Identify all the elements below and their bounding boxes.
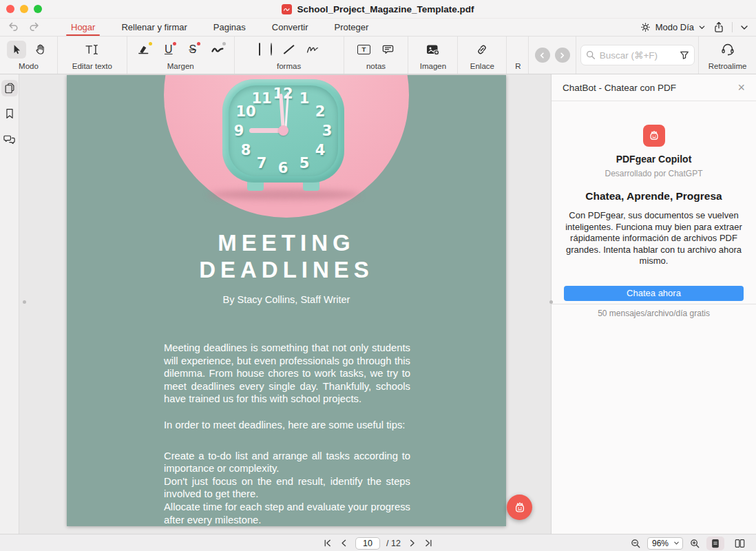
zoom-in-button[interactable] [689, 538, 700, 549]
article-tip: Create a to-do list and arrange all task… [164, 450, 410, 475]
highlight-tool-button[interactable] [136, 41, 152, 59]
left-splitter-handle[interactable] [23, 300, 26, 304]
chat-now-button[interactable]: Chatea ahora [564, 286, 744, 301]
mode-label: Modo Día [655, 22, 694, 32]
share-button[interactable] [713, 21, 725, 34]
clock-numeral: 4 [315, 142, 326, 158]
comment-note-button[interactable] [381, 43, 395, 56]
chat-headline: Chatea, Aprende, Progresa [552, 190, 756, 202]
group-notas: T notas [344, 37, 409, 74]
traffic-lights [6, 5, 42, 13]
comments-panel-button[interactable] [1, 131, 18, 147]
article-tip: Don't just focus on the end result, iden… [164, 475, 410, 501]
zoom-window-button[interactable] [34, 5, 42, 13]
clock-numeral: 6 [278, 160, 288, 176]
bookmarks-panel-button[interactable] [1, 105, 18, 122]
tab-hogar[interactable]: Hogar [58, 19, 108, 36]
group-truncated: R [507, 37, 529, 74]
group-search [576, 37, 699, 74]
freehand-shape-button[interactable] [306, 43, 319, 56]
highlight-color-dot [149, 42, 152, 45]
strikethrough-tool-button[interactable]: S [185, 41, 200, 59]
toolbar: Modo Editar texto U S [0, 36, 756, 74]
rectangle-icon [259, 43, 260, 56]
close-icon[interactable]: × [737, 81, 745, 94]
clock-numeral: 12 [273, 85, 293, 102]
tab-paginas[interactable]: Paginas [200, 19, 259, 36]
group-modo: Modo [0, 37, 58, 74]
squiggle-tool-button[interactable] [209, 41, 226, 59]
thumbnails-panel-button[interactable] [1, 80, 18, 96]
page-number-input[interactable] [355, 537, 380, 550]
undo-button[interactable] [7, 20, 20, 33]
strikethrough-glyph: S [189, 43, 196, 56]
group-label-notas: notas [366, 62, 386, 74]
clock-shadow [209, 189, 360, 200]
underline-tool-button[interactable]: U [161, 41, 176, 59]
document-title: School_Project_Magazine_Template.pdf [297, 4, 474, 14]
insert-link-button[interactable] [475, 43, 489, 56]
page-total-label: / 12 [386, 539, 401, 548]
tab-convertir[interactable]: Convertir [259, 19, 322, 36]
two-page-view-button[interactable] [731, 537, 748, 550]
group-enlace: Enlace [458, 37, 507, 74]
chatbot-panel: ChatBot - Chatear con PDF × PDFgear Copi… [551, 74, 756, 534]
group-label-editar-texto: Editar texto [72, 62, 112, 74]
chevron-down-icon [698, 23, 706, 31]
app-window: School_Project_Magazine_Template.pdf Hog… [0, 0, 756, 551]
clock-numeral: 5 [300, 155, 310, 171]
group-label-feedback: Retroalime [708, 62, 747, 74]
search-input[interactable] [580, 45, 695, 65]
select-tool-button[interactable] [7, 41, 26, 59]
next-page-button[interactable] [407, 538, 417, 548]
menubar-divider [732, 22, 733, 32]
previous-page-button[interactable] [339, 538, 349, 548]
insert-image-button[interactable] [425, 43, 441, 56]
line-icon [283, 45, 294, 54]
redo-button[interactable] [28, 20, 41, 33]
zoom-out-button[interactable] [630, 538, 641, 549]
clock-numeral: 7 [257, 155, 267, 171]
hand-tool-button[interactable] [30, 41, 50, 59]
group-label-formas: formas [277, 62, 301, 74]
ellipse-icon [271, 43, 272, 56]
search-icon [585, 50, 596, 61]
copilot-floating-button[interactable] [507, 495, 532, 520]
article-title: MEETING DEADLINES [67, 229, 506, 283]
chatbot-panel-title: ChatBot - Chatear con PDF [563, 83, 676, 93]
zoom-level-select[interactable]: 96% [647, 537, 683, 550]
minimize-window-button[interactable] [20, 5, 28, 13]
copilot-robot-icon [643, 125, 665, 147]
tab-proteger[interactable]: Proteger [322, 19, 382, 36]
document-canvas[interactable]: 12 1 2 3 4 5 6 7 8 9 10 11 [19, 74, 551, 534]
rectangle-shape-button[interactable] [259, 43, 260, 56]
single-page-view-button[interactable] [706, 537, 724, 550]
ellipse-shape-button[interactable] [271, 43, 272, 56]
sun-icon [640, 21, 651, 33]
last-page-button[interactable] [423, 538, 434, 548]
group-label-margen: Margen [167, 62, 194, 74]
collapse-toolbar-chevron[interactable] [739, 23, 749, 32]
article-paragraph: In order to meet deadlines, here are som… [164, 419, 410, 432]
group-label-modo: Modo [19, 62, 39, 74]
underline-glyph: U [165, 43, 173, 56]
line-shape-button[interactable] [282, 43, 295, 56]
search-next-button[interactable] [555, 48, 570, 63]
clock-numeral: 9 [234, 123, 244, 139]
strikethrough-color-dot [197, 42, 200, 45]
first-page-button[interactable] [322, 538, 333, 548]
edit-text-button[interactable] [83, 41, 102, 59]
panel-splitter-handle[interactable] [549, 300, 553, 304]
group-imagen: Imagen [408, 37, 458, 74]
close-window-button[interactable] [6, 5, 14, 13]
text-note-button[interactable]: T [357, 45, 370, 54]
menubar: Hogar Rellenar y firmar Paginas Converti… [0, 19, 756, 36]
quota-note: 50 mensajes/archivo/día gratis [552, 309, 756, 318]
display-mode-selector[interactable]: Modo Día [640, 21, 706, 33]
search-prev-button[interactable] [535, 48, 550, 63]
search-filter-icon[interactable] [679, 50, 690, 61]
group-label-truncated: R [507, 62, 521, 74]
tab-rellenar-y-firmar[interactable]: Rellenar y firmar [108, 19, 200, 36]
feedback-button[interactable] [720, 42, 735, 56]
article-tip: Allocate time for each step and evaluate… [164, 501, 410, 526]
